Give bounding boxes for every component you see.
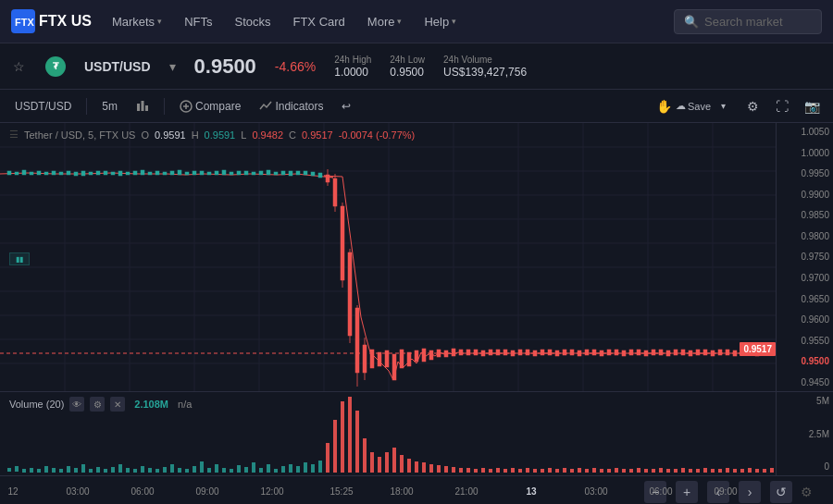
search-box[interactable]: 🔍 Search market: [674, 9, 822, 34]
tb-cloud-save[interactable]: ☁ Save: [681, 94, 705, 118]
chart-main: ☰ Tether / USD, 5, FTX US O 0.9591 H 0.9…: [0, 123, 776, 391]
nav-nfts[interactable]: NFTs: [175, 9, 221, 34]
chart-toolbar: USDT/USD 5m Compare Indicators ↩ ✋ ☁ Sav…: [0, 90, 833, 123]
svg-rect-111: [615, 350, 618, 355]
svg-rect-69: [304, 171, 307, 175]
svg-rect-35: [52, 171, 56, 175]
svg-rect-71: [318, 173, 322, 178]
svg-rect-178: [289, 464, 292, 473]
svg-rect-222: [615, 468, 618, 473]
tb-camera[interactable]: 📷: [800, 94, 824, 118]
svg-rect-215: [563, 468, 566, 473]
svg-rect-208: [511, 468, 515, 473]
chart-container: ☰ Tether / USD, 5, FTX US O 0.9591 H 0.9…: [0, 123, 833, 391]
svg-rect-64: [267, 170, 270, 175]
ticker-symbol[interactable]: USDT/USD: [84, 59, 151, 74]
tb-undo[interactable]: ↩: [336, 97, 356, 116]
tb-compare[interactable]: Compare: [174, 97, 246, 116]
svg-rect-209: [518, 469, 522, 473]
svg-rect-166: [200, 461, 204, 473]
svg-rect-162: [170, 464, 174, 473]
svg-rect-186: [348, 397, 352, 473]
svg-rect-48: [148, 172, 152, 175]
chevron-icon: ▾: [157, 17, 162, 26]
dropdown-icon[interactable]: ▾: [169, 59, 176, 74]
svg-rect-90: [459, 350, 463, 355]
tb-settings[interactable]: ⚙: [740, 94, 765, 118]
logo[interactable]: FTX FTX US: [11, 9, 92, 33]
svg-rect-165: [193, 466, 196, 473]
svg-rect-85: [422, 349, 426, 362]
nav-markets[interactable]: Markets ▾: [103, 9, 171, 34]
nav-help[interactable]: Help ▾: [415, 9, 466, 34]
stat-24h-volume: 24h Volume US$139,427,756: [443, 55, 527, 79]
reset-button[interactable]: ↺: [770, 481, 792, 503]
svg-rect-145: [44, 466, 48, 473]
tether-icon: ₮: [45, 56, 66, 77]
nav-ftxcard[interactable]: FTX Card: [283, 9, 354, 34]
svg-rect-55: [200, 171, 204, 175]
svg-rect-107: [585, 350, 589, 355]
toolbar-right: ✋ ☁ Save ▾ ⚙ ⛶ 📷: [652, 94, 824, 118]
settings-icon[interactable]: ⚙: [801, 485, 813, 499]
svg-rect-203: [474, 469, 478, 473]
tb-chevron-down[interactable]: ▾: [711, 94, 735, 118]
svg-rect-61: [244, 171, 248, 175]
tb-fullscreen[interactable]: ⛶: [770, 94, 794, 118]
svg-rect-92: [474, 350, 478, 355]
tb-symbol[interactable]: USDT/USD: [9, 97, 77, 116]
svg-rect-89: [452, 349, 455, 356]
svg-rect-29: [7, 171, 11, 175]
svg-rect-231: [681, 468, 685, 473]
svg-rect-126: [726, 350, 729, 355]
y-axis: 1.0050 1.0000 0.9950 0.9900 0.9850 0.980…: [776, 123, 833, 391]
nav-more[interactable]: More ▾: [358, 9, 412, 34]
favorite-icon[interactable]: ☆: [13, 59, 25, 74]
tb-chart-type[interactable]: [131, 97, 155, 116]
svg-rect-204: [481, 468, 485, 473]
svg-rect-216: [570, 469, 574, 473]
svg-rect-202: [466, 468, 470, 473]
svg-rect-174: [259, 468, 263, 473]
svg-rect-180: [304, 462, 307, 473]
svg-rect-54: [193, 171, 196, 175]
svg-rect-201: [459, 468, 463, 473]
svg-rect-105: [570, 350, 574, 355]
volume-chart: Volume (20) 👁 ⚙ ✕ 2.108M n/a: [0, 392, 776, 475]
volume-area: Volume (20) 👁 ⚙ ✕ 2.108M n/a: [0, 391, 833, 475]
svg-rect-184: [333, 420, 337, 473]
tb-cursor[interactable]: ✋: [652, 94, 676, 118]
volume-close[interactable]: ✕: [110, 397, 125, 412]
svg-rect-156: [126, 468, 130, 473]
svg-rect-110: [607, 350, 611, 355]
svg-rect-242: [763, 469, 766, 473]
svg-rect-161: [163, 467, 167, 473]
svg-rect-196: [422, 462, 426, 473]
svg-rect-140: [7, 468, 11, 472]
tb-interval[interactable]: 5m: [96, 97, 123, 116]
svg-rect-59: [230, 172, 233, 175]
zoom-in-button[interactable]: +: [676, 481, 698, 503]
bottom-controls: 12 03:00 06:00 09:00 12:00 15:25 18:00 2…: [0, 475, 833, 504]
svg-rect-119: [674, 350, 678, 355]
svg-rect-154: [111, 467, 115, 473]
svg-rect-143: [30, 468, 33, 473]
svg-rect-144: [37, 469, 41, 473]
svg-rect-50: [163, 172, 167, 175]
svg-rect-47: [141, 170, 144, 175]
nav-stocks[interactable]: Stocks: [225, 9, 280, 34]
svg-rect-149: [74, 468, 78, 473]
svg-rect-95: [496, 350, 500, 355]
svg-rect-207: [504, 469, 507, 473]
svg-rect-157: [133, 469, 137, 473]
svg-rect-185: [341, 401, 344, 473]
svg-rect-125: [718, 350, 722, 355]
tb-indicators[interactable]: Indicators: [254, 97, 329, 116]
volume-eye[interactable]: 👁: [69, 397, 84, 412]
ticker-change: -4.66%: [275, 59, 316, 74]
volume-settings[interactable]: ⚙: [90, 397, 105, 412]
price-chart: [0, 123, 776, 391]
svg-rect-182: [318, 461, 322, 473]
pan-right-button[interactable]: ›: [739, 481, 761, 503]
svg-rect-236: [718, 469, 722, 473]
